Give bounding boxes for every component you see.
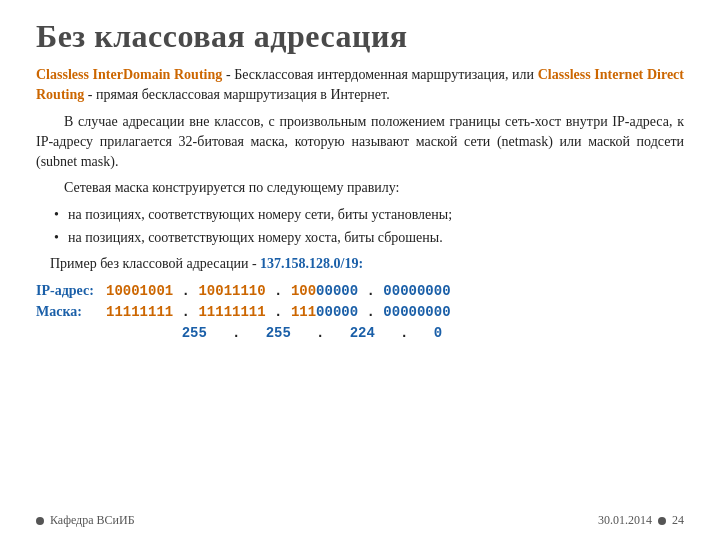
footer-dot-left: [36, 517, 44, 525]
ip-dot1: .: [173, 281, 198, 301]
slide-content: Classless InterDomain Routing - Бескласс…: [36, 65, 684, 344]
example-line: Пример без классовой адресации - 137.158…: [36, 254, 684, 274]
slide: Без классовая адресация Classless InterD…: [0, 0, 720, 540]
footer-date: 30.01.2014: [598, 513, 652, 528]
footer-department: Кафедра ВСиИБ: [36, 513, 135, 528]
ip-oct1: 10001001: [106, 281, 173, 301]
mask-dot1: .: [173, 302, 198, 322]
ip-oct3-p1: 100: [291, 281, 316, 301]
ip-row: IP-адрес: 10001001 . 10011110 . 100 0000…: [36, 281, 684, 301]
paragraph-1: Classless InterDomain Routing - Бескласс…: [36, 65, 684, 106]
text-after-1: - прямая бесклассовая маршрутизация в Ин…: [84, 87, 389, 102]
page-number: 24: [672, 513, 684, 528]
dec-dot1: .: [207, 323, 266, 343]
slide-title: Без классовая адресация: [36, 18, 684, 55]
dec-0-val: 0: [434, 323, 442, 343]
mask-oct4: 00000000: [383, 302, 450, 322]
ip-label: IP-адрес:: [36, 281, 106, 301]
highlight-cidr: Classless InterDomain Routing: [36, 67, 222, 82]
department-label: Кафедра ВСиИБ: [50, 513, 135, 528]
mask-oct3-p1: 111: [291, 302, 316, 322]
bullet-item-2: на позициях, соответствующих номеру хост…: [54, 228, 684, 248]
ip-dot3: .: [358, 281, 383, 301]
mask-oct3-p2: 00000: [316, 302, 358, 322]
ip-oct3-p2: 00000: [316, 281, 358, 301]
footer: Кафедра ВСиИБ 30.01.2014 24: [0, 513, 720, 528]
mask-row: Маска: 11111111 . 11111111 . 111 00000 .…: [36, 302, 684, 322]
example-value: 137.158.128.0/19:: [260, 256, 363, 271]
mask-dot3: .: [358, 302, 383, 322]
paragraph-2: В случае адресации вне классов, с произв…: [36, 112, 684, 173]
mask-oct1: 11111111: [106, 302, 173, 322]
example-prefix: Пример без классовой адресации -: [50, 256, 260, 271]
bullet-list: на позициях, соответствующих номеру сети…: [54, 205, 684, 249]
footer-right: 30.01.2014 24: [598, 513, 684, 528]
paragraph-3: Сетевая маска конструируется по следующе…: [36, 178, 684, 198]
dec-dot2: .: [291, 323, 350, 343]
mask-dot2: .: [266, 302, 291, 322]
dec-224-val: 224: [350, 323, 375, 343]
dec-255-2-val: 255: [266, 323, 291, 343]
bullet-item-1: на позициях, соответствующих номеру сети…: [54, 205, 684, 225]
ip-dot2: .: [266, 281, 291, 301]
ip-oct2: 10011110: [198, 281, 265, 301]
footer-dot-right: [658, 517, 666, 525]
dec-row: 255 . 255 . 224 . 0: [36, 323, 684, 343]
dec-dot3: .: [375, 323, 434, 343]
mask-label: Маска:: [36, 302, 106, 322]
ip-oct4: 00000000: [383, 281, 450, 301]
dec-255-1: [106, 323, 182, 343]
ip-block: IP-адрес: 10001001 . 10011110 . 100 0000…: [36, 281, 684, 344]
mask-oct2: 11111111: [198, 302, 265, 322]
dec-255-1-val: 255: [182, 323, 207, 343]
text-middle-1: - Бесклассовая интердоменная маршрутизац…: [222, 67, 538, 82]
